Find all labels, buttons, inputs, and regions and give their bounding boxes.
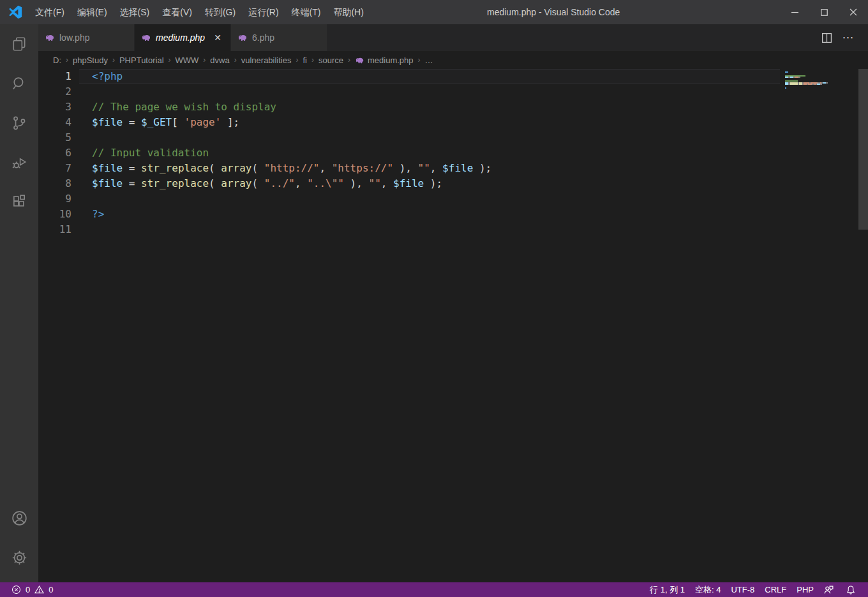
breadcrumb-segment[interactable]: WWW	[175, 55, 200, 65]
chevron-right-icon: ›	[230, 55, 241, 64]
code-editor[interactable]: 1<?php23// The page we wish to display4$…	[38, 69, 868, 582]
search-icon[interactable]	[0, 64, 38, 103]
menu-item-5[interactable]: 转到(G)	[198, 0, 242, 24]
settings-gear-icon[interactable]	[0, 538, 38, 577]
breadcrumb-segment[interactable]: vulnerabilities	[241, 55, 292, 65]
breadcrumb-segment[interactable]: source	[318, 55, 344, 65]
status-cursor-position[interactable]: 行 1, 列 1	[645, 582, 690, 597]
run-and-debug-icon[interactable]	[0, 143, 38, 182]
menu-item-4[interactable]: 查看(V)	[156, 0, 198, 24]
line-number: 6	[38, 145, 71, 161]
status-bar-right: 行 1, 列 1空格: 4UTF-8CRLFPHP	[645, 582, 868, 597]
tab-label: low.php	[59, 33, 128, 43]
more-actions-icon[interactable]: ⋯	[837, 24, 859, 51]
code-line: 9	[38, 191, 868, 207]
line-number: 10	[38, 207, 71, 222]
code-line: 4$file = $_GET[ 'page' ];	[38, 115, 868, 130]
breadcrumb-segment[interactable]: …	[424, 55, 434, 65]
split-editor-icon[interactable]	[816, 24, 837, 51]
problems-indicator[interactable]: 00	[6, 582, 63, 597]
chevron-right-icon: ›	[344, 55, 354, 64]
vscode-window: 文件(F)编辑(E)选择(S)查看(V)转到(G)运行(R)终端(T)帮助(H)…	[0, 0, 868, 597]
account-icon[interactable]	[0, 498, 38, 538]
activity-bar	[0, 24, 38, 582]
php-file-icon	[141, 33, 151, 43]
notifications-bell-icon[interactable]	[841, 582, 863, 597]
tab-label: medium.php	[156, 33, 211, 43]
menu-bar: 文件(F)编辑(E)选择(S)查看(V)转到(G)运行(R)终端(T)帮助(H)	[29, 0, 370, 24]
menu-item-2[interactable]: 编辑(E)	[71, 0, 114, 24]
activity-bar-bottom	[0, 498, 38, 577]
explorer-icon[interactable]	[0, 24, 38, 64]
code-line: 8$file = str_replace( array( "../", "..\…	[38, 176, 868, 191]
close-icon[interactable]	[839, 0, 868, 24]
line-number: 4	[38, 115, 71, 130]
minimap[interactable]	[784, 69, 831, 582]
line-number: 8	[38, 176, 71, 191]
code-text: // Input validation	[92, 145, 209, 161]
breadcrumb-segment[interactable]: dvwa	[209, 55, 230, 65]
breadcrumb-segment[interactable]: medium.php	[354, 55, 414, 65]
code-line: 3// The page we wish to display	[38, 100, 868, 115]
status-eol[interactable]: CRLF	[760, 582, 791, 597]
menu-item-3[interactable]: 选择(S)	[114, 0, 156, 24]
code-line: 6// Input validation	[38, 145, 868, 161]
chevron-right-icon: ›	[108, 55, 119, 64]
status-bar: 00 行 1, 列 1空格: 4UTF-8CRLFPHP	[0, 582, 868, 597]
status-language-mode[interactable]: PHP	[791, 582, 819, 597]
tab-low.php[interactable]: low.php	[38, 24, 135, 51]
status-indentation[interactable]: 空格: 4	[690, 582, 726, 597]
tab-close-icon[interactable]: ✕	[211, 31, 224, 44]
breadcrumb: D:›phpStudy›PHPTutorial›WWW›dvwa›vulnera…	[38, 51, 868, 69]
tab-6.php[interactable]: 6.php	[231, 24, 327, 51]
chevron-right-icon: ›	[165, 55, 175, 64]
line-number: 7	[38, 161, 71, 176]
source-control-icon[interactable]	[0, 103, 38, 143]
breadcrumb-segment[interactable]: D:	[52, 55, 62, 65]
code-text: $file = $_GET[ 'page' ];	[92, 115, 239, 130]
minimap-line	[785, 80, 798, 82]
chevron-right-icon: ›	[292, 55, 302, 64]
menu-item-1[interactable]: 文件(F)	[29, 0, 71, 24]
editor-group: low.php medium.php✕ 6.php ⋯ D:›phpStudy›…	[38, 24, 868, 582]
line-number: 5	[38, 130, 71, 145]
code-line: 11	[38, 222, 868, 237]
problem-count: 0	[49, 585, 53, 594]
php-file-icon	[355, 55, 364, 65]
feedback-icon[interactable]	[819, 582, 841, 597]
line-number: 9	[38, 191, 71, 207]
breadcrumb-segment[interactable]: phpStudy	[72, 55, 108, 65]
menu-item-6[interactable]: 运行(R)	[242, 0, 285, 24]
minimap-line	[785, 77, 800, 78]
vscode-logo-icon	[8, 5, 22, 19]
vertical-scrollbar[interactable]	[858, 69, 868, 230]
extensions-icon[interactable]	[0, 182, 38, 222]
tab-bar: low.php medium.php✕ 6.php ⋯	[38, 24, 868, 51]
tab-medium.php[interactable]: medium.php✕	[135, 24, 231, 51]
chevron-right-icon: ›	[199, 55, 209, 64]
line-number: 2	[38, 84, 71, 100]
code-line: 2	[38, 84, 868, 100]
code-text: ?>	[92, 207, 104, 222]
warning-icon	[34, 585, 47, 594]
code-text: <?php	[92, 69, 123, 84]
code-line: 7$file = str_replace( array( "http://", …	[38, 161, 868, 176]
code-line: 10?>	[38, 207, 868, 222]
chevron-right-icon: ›	[62, 55, 72, 64]
status-bar-left: 00	[0, 582, 63, 597]
breadcrumb-segment[interactable]: fi	[302, 55, 308, 65]
code-text: $file = str_replace( array( "http://", "…	[92, 161, 491, 176]
line-number: 11	[38, 222, 71, 237]
tab-label: 6.php	[252, 33, 320, 43]
status-encoding[interactable]: UTF-8	[726, 582, 760, 597]
menu-item-8[interactable]: 帮助(H)	[327, 0, 370, 24]
minimize-icon[interactable]	[780, 0, 809, 24]
title-bar: 文件(F)编辑(E)选择(S)查看(V)转到(G)运行(R)终端(T)帮助(H)…	[0, 0, 868, 24]
menu-item-7[interactable]: 终端(T)	[285, 0, 327, 24]
breadcrumb-segment[interactable]: PHPTutorial	[119, 55, 165, 65]
line-number: 3	[38, 100, 71, 115]
window-title: medium.php - Visual Studio Code	[487, 0, 620, 24]
php-file-icon	[45, 33, 55, 43]
maximize-icon[interactable]	[809, 0, 839, 24]
minimap-line	[785, 87, 786, 89]
